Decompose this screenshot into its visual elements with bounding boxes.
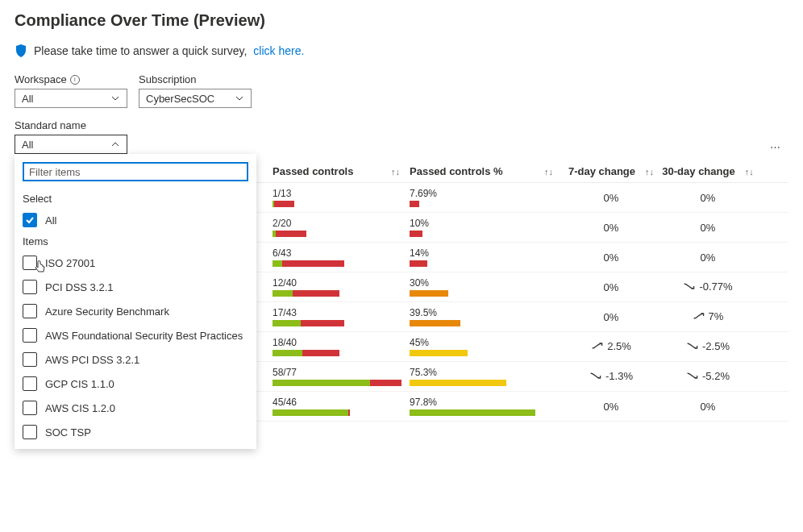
standard-label: Standard name xyxy=(15,119,788,131)
cell-30day: 0% xyxy=(659,192,756,204)
cell-percent: 30% xyxy=(410,277,563,297)
cell-passed: 18/40 xyxy=(273,337,410,356)
sort-icon: ↑↓ xyxy=(745,167,754,177)
chevron-down-icon xyxy=(235,94,244,103)
workspace-dropdown[interactable]: All xyxy=(15,89,127,108)
banner-text: Please take time to answer a quick surve… xyxy=(34,44,247,57)
survey-banner: Please take time to answer a quick surve… xyxy=(15,44,788,57)
cell-percent: 14% xyxy=(410,247,563,267)
option-item[interactable]: PCI DSS 3.2.1 xyxy=(15,275,256,299)
page-title: Compliance Over Time (Preview) xyxy=(15,11,788,30)
cell-percent: 10% xyxy=(410,218,563,237)
cell-30day: -2.5% xyxy=(659,340,756,354)
select-heading: Select xyxy=(15,189,256,208)
option-label: ISO 27001 xyxy=(45,257,95,269)
option-all[interactable]: All xyxy=(15,208,256,232)
cell-passed: 58/77 xyxy=(273,367,410,386)
checkbox-icon xyxy=(23,256,37,270)
more-options-button[interactable]: ⋯ xyxy=(770,141,788,153)
option-label: PCI DSS 3.2.1 xyxy=(45,281,114,293)
cell-7day: 2.5% xyxy=(563,340,659,354)
checkbox-icon xyxy=(23,352,37,367)
chevron-up-icon xyxy=(110,139,120,149)
survey-link[interactable]: click here. xyxy=(253,44,304,57)
option-item[interactable]: AWS Foundational Security Best Practices xyxy=(15,323,256,347)
checkbox-icon xyxy=(23,425,37,439)
checkbox-icon xyxy=(23,280,37,294)
option-item[interactable]: GCP CIS 1.1.0 xyxy=(15,372,256,396)
option-item[interactable]: SOC TSP xyxy=(15,420,256,444)
option-label: Azure Security Benchmark xyxy=(45,305,169,318)
cell-passed: 12/40 xyxy=(273,277,410,297)
cell-percent: 75.3% xyxy=(410,367,563,386)
cell-30day: 7% xyxy=(659,310,756,324)
cell-7day: 0% xyxy=(563,192,659,204)
cell-passed: 45/46 xyxy=(273,397,410,416)
column-7day-change[interactable]: 7-day change↑↓ xyxy=(563,165,659,177)
option-item[interactable]: AWS CIS 1.2.0 xyxy=(15,396,256,420)
cell-30day: -5.2% xyxy=(659,370,756,384)
items-heading: Items xyxy=(15,232,256,251)
cell-passed: 1/13 xyxy=(273,188,410,207)
cell-30day: 0% xyxy=(659,222,756,234)
column-30day-change[interactable]: 30-day change↑↓ xyxy=(659,165,756,177)
option-item[interactable]: AWS PCI DSS 3.2.1 xyxy=(15,347,256,372)
cell-7day: 0% xyxy=(563,251,659,264)
cell-percent: 45% xyxy=(410,337,563,356)
checkbox-icon xyxy=(23,304,37,318)
cell-7day: -1.3% xyxy=(563,370,659,384)
checkbox-icon xyxy=(23,376,37,391)
option-label: AWS Foundational Security Best Practices xyxy=(45,330,243,342)
option-label: AWS PCI DSS 3.2.1 xyxy=(45,354,139,366)
cell-percent: 97.8% xyxy=(410,397,563,416)
subscription-label: Subscription xyxy=(139,73,252,85)
column-passed-percent[interactable]: Passed controls %↑↓ xyxy=(410,165,563,177)
cell-percent: 39.5% xyxy=(410,307,563,326)
checkbox-icon xyxy=(23,328,37,343)
standard-dropdown[interactable]: All xyxy=(15,135,127,154)
cell-7day: 0% xyxy=(563,401,659,413)
subscription-dropdown[interactable]: CyberSecSOC xyxy=(139,89,252,108)
option-label: AWS CIS 1.2.0 xyxy=(45,402,115,414)
chevron-down-icon xyxy=(110,94,120,103)
checkbox-icon xyxy=(23,401,37,415)
workspace-label: Workspace i xyxy=(15,73,127,85)
sort-icon: ↑↓ xyxy=(544,167,553,177)
cell-passed: 6/43 xyxy=(273,247,410,267)
cell-passed: 17/43 xyxy=(273,307,410,326)
cell-7day: 0% xyxy=(563,281,659,293)
cell-7day: 0% xyxy=(563,222,659,234)
cell-30day: 0% xyxy=(659,401,756,413)
info-icon[interactable]: i xyxy=(70,75,80,85)
sort-icon: ↑↓ xyxy=(391,167,400,177)
option-label: GCP CIS 1.1.0 xyxy=(45,378,114,390)
shield-icon xyxy=(15,44,27,57)
cell-30day: 0% xyxy=(659,251,756,264)
column-passed-controls[interactable]: Passed controls↑↓ xyxy=(273,165,410,177)
filter-items-input[interactable] xyxy=(23,162,248,181)
cell-percent: 7.69% xyxy=(410,188,563,207)
cell-30day: -0.77% xyxy=(659,281,756,294)
option-item[interactable]: ISO 27001 xyxy=(15,251,256,275)
option-label: SOC TSP xyxy=(45,426,91,438)
cell-passed: 2/20 xyxy=(273,218,410,237)
cell-7day: 0% xyxy=(563,311,659,323)
option-item[interactable]: Azure Security Benchmark xyxy=(15,299,256,323)
standard-dropdown-popup: Select All Items ISO 27001PCI DSS 3.2.1A… xyxy=(15,154,256,449)
sort-icon: ↑↓ xyxy=(645,167,654,177)
checkbox-icon xyxy=(23,213,37,227)
